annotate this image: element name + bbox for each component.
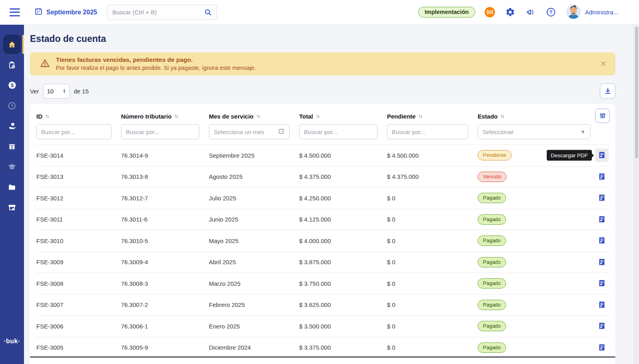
sidebar-item-store[interactable]	[0, 197, 24, 218]
megaphone-icon[interactable]	[525, 7, 536, 18]
cell-actions	[591, 319, 609, 333]
clock-icon	[8, 101, 16, 110]
sidebar-item-time[interactable]	[0, 95, 24, 116]
search-input[interactable]	[107, 5, 217, 20]
sidebar-item-benefits[interactable]	[0, 116, 24, 136]
cell-status: Pagado	[478, 235, 591, 246]
dollar-circle-icon: $	[8, 81, 17, 90]
table-row: FSE-3014 76.3014-9 Septiembre 2025 $ 4.5…	[36, 144, 609, 166]
sidebar-item-home[interactable]	[0, 34, 24, 55]
cell-id: FSE-3013	[36, 173, 121, 180]
status-badge: Pagado	[478, 193, 506, 203]
filter-month-picker[interactable]: Selecciona un mes	[209, 124, 290, 139]
download-pdf-button[interactable]	[595, 319, 609, 333]
filter-pending-input[interactable]	[387, 124, 468, 139]
sidebar-item-training[interactable]	[0, 156, 24, 177]
page-title: Estado de cuenta	[30, 34, 615, 44]
sort-icon[interactable]: ↑↓	[45, 113, 48, 119]
download-pdf-button[interactable]	[595, 298, 609, 312]
cell-month: Mayo 2025	[209, 237, 299, 244]
sort-icon[interactable]: ↑↓	[500, 113, 504, 119]
cell-month: Febrero 2025	[209, 301, 299, 308]
export-download-button[interactable]	[600, 83, 615, 99]
cell-id: FSE-3014	[36, 152, 121, 159]
user-menu[interactable]: Administra...	[566, 4, 618, 21]
cell-total: $ 3.750.000	[299, 280, 387, 287]
filter-tax-id-input[interactable]	[121, 124, 199, 139]
status-badge: Pagado	[478, 257, 506, 267]
download-pdf-button[interactable]	[595, 255, 609, 269]
sidebar-item-tasks[interactable]	[0, 55, 24, 75]
sidebar-item-payments[interactable]: $	[0, 75, 24, 95]
storefront-icon	[8, 203, 16, 212]
table-row: FSE-3013 76.3013-8 Agosto 2025 $ 4.375.0…	[36, 166, 609, 188]
cell-status: Pagado	[478, 214, 591, 225]
horizontal-scrollbar[interactable]	[30, 356, 615, 358]
download-pdf-button[interactable]	[595, 148, 609, 162]
cell-id: FSE-3008	[36, 280, 121, 287]
download-pdf-button[interactable]	[595, 234, 609, 247]
sort-icon[interactable]: ↑↓	[419, 113, 422, 119]
calendar-icon	[278, 128, 285, 136]
search-icon[interactable]	[204, 8, 212, 18]
table-settings-button[interactable]	[595, 109, 610, 123]
vertical-scrollbar[interactable]	[634, 25, 639, 364]
download-pdf-button[interactable]	[595, 170, 609, 184]
download-pdf-button[interactable]	[595, 191, 609, 205]
hand-heart-icon	[8, 121, 17, 131]
help-icon[interactable]: ?	[546, 7, 557, 18]
stepper-arrows-icon: ▲▼	[63, 89, 66, 93]
filter-status-select[interactable]: Seleccionar ▼	[478, 124, 590, 139]
tooltip-descargar-pdf: Descargar PDF	[547, 150, 592, 161]
sort-icon[interactable]: ↑↓	[316, 113, 319, 119]
cell-tax-id: 76.3010-5	[121, 237, 209, 244]
cell-month: Abril 2025	[209, 259, 299, 265]
status-badge: Pagado	[478, 300, 506, 310]
cell-tax-id: 76.3008-3	[121, 280, 209, 287]
filter-id-input[interactable]	[36, 124, 111, 139]
sort-icon[interactable]: ↑↓	[175, 113, 178, 119]
cell-month: Marzo 2025	[209, 280, 299, 287]
cell-tax-id: 76.3006-1	[121, 323, 209, 330]
download-pdf-button[interactable]	[595, 341, 609, 354]
col-header-id: ID↑↓	[36, 113, 121, 120]
global-search	[107, 5, 217, 20]
cell-tax-id: 76.3013-8	[121, 173, 209, 180]
period-selector[interactable]: Septiembre 2025	[34, 7, 97, 17]
table-row: FSE-3008 76.3008-3 Marzo 2025 $ 3.750.00…	[36, 273, 609, 294]
cell-actions	[591, 234, 609, 247]
user-name: Administra...	[585, 9, 618, 16]
invoice-receipt-icon	[597, 343, 606, 352]
topbar: Septiembre 2025 Implementación	[0, 0, 639, 25]
col-header-pending: Pendiente↑↓	[387, 113, 478, 120]
page-size-select[interactable]: 10 ▲▼	[43, 84, 70, 99]
cell-id: FSE-3012	[36, 195, 121, 202]
cell-actions	[591, 341, 609, 354]
sidebar-item-celebrations[interactable]	[0, 136, 24, 156]
calendar-icon	[34, 7, 43, 17]
cell-status: Pagado	[478, 321, 591, 331]
alert-message: Por favor realiza el pago lo antes posib…	[56, 64, 256, 72]
scrollbar-thumb[interactable]	[635, 27, 638, 158]
cell-total: $ 3.375.000	[299, 344, 387, 351]
chevron-down-icon: ▼	[580, 129, 585, 135]
cell-tax-id: 76.3009-4	[121, 259, 209, 265]
hamburger-menu-button[interactable]	[10, 8, 20, 16]
gear-icon[interactable]	[505, 7, 516, 18]
sidebar-item-documents[interactable]	[0, 177, 24, 197]
download-pdf-button[interactable]	[595, 213, 609, 226]
table-row: FSE-3012 76.3012-7 Julio 2025 $ 4.250.00…	[36, 187, 609, 209]
table-row: FSE-3009 76.3009-4 Abril 2025 $ 3.875.00…	[36, 251, 609, 273]
cell-month: Enero 2025	[209, 323, 299, 330]
invoice-receipt-icon	[597, 215, 606, 224]
alert-title: Tienes facturas vencidas, pendientes de …	[56, 56, 256, 64]
filter-total-input[interactable]	[299, 124, 377, 139]
cell-actions	[591, 298, 609, 312]
close-icon[interactable]: ✕	[600, 60, 607, 68]
download-pdf-button[interactable]	[595, 277, 609, 290]
cell-status: Pagado	[478, 193, 591, 203]
cell-pending: $ 0	[387, 280, 478, 287]
sort-icon[interactable]: ↑↓	[256, 113, 260, 119]
page-size-value: 10	[47, 88, 54, 95]
support-icon[interactable]	[484, 7, 496, 18]
